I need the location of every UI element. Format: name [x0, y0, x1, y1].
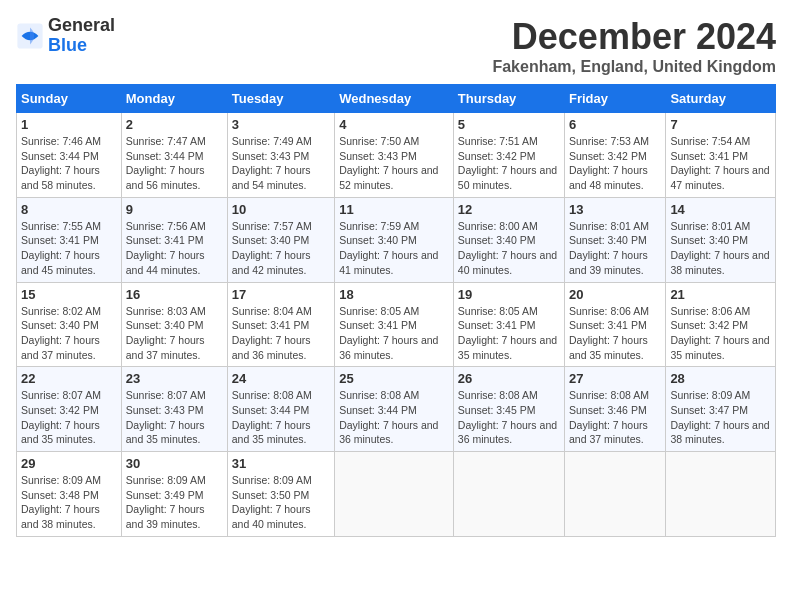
calendar-week-row: 29Sunrise: 8:09 AMSunset: 3:48 PMDayligh… — [17, 452, 776, 537]
calendar-cell: 29Sunrise: 8:09 AMSunset: 3:48 PMDayligh… — [17, 452, 122, 537]
day-info: Sunrise: 8:09 AMSunset: 3:49 PMDaylight:… — [126, 473, 223, 532]
calendar-cell: 31Sunrise: 8:09 AMSunset: 3:50 PMDayligh… — [227, 452, 334, 537]
calendar-cell — [565, 452, 666, 537]
calendar-week-row: 22Sunrise: 8:07 AMSunset: 3:42 PMDayligh… — [17, 367, 776, 452]
day-info: Sunrise: 8:08 AMSunset: 3:44 PMDaylight:… — [339, 388, 449, 447]
calendar-cell — [666, 452, 776, 537]
calendar-header-wednesday: Wednesday — [335, 85, 454, 113]
calendar-cell: 20Sunrise: 8:06 AMSunset: 3:41 PMDayligh… — [565, 282, 666, 367]
day-info: Sunrise: 8:08 AMSunset: 3:45 PMDaylight:… — [458, 388, 560, 447]
day-info: Sunrise: 8:07 AMSunset: 3:42 PMDaylight:… — [21, 388, 117, 447]
logo-text: General Blue — [48, 16, 115, 56]
day-number: 17 — [232, 287, 330, 302]
calendar-cell: 25Sunrise: 8:08 AMSunset: 3:44 PMDayligh… — [335, 367, 454, 452]
day-number: 5 — [458, 117, 560, 132]
calendar-cell: 24Sunrise: 8:08 AMSunset: 3:44 PMDayligh… — [227, 367, 334, 452]
calendar-cell: 16Sunrise: 8:03 AMSunset: 3:40 PMDayligh… — [121, 282, 227, 367]
day-number: 1 — [21, 117, 117, 132]
calendar-cell: 18Sunrise: 8:05 AMSunset: 3:41 PMDayligh… — [335, 282, 454, 367]
day-info: Sunrise: 8:09 AMSunset: 3:48 PMDaylight:… — [21, 473, 117, 532]
day-number: 11 — [339, 202, 449, 217]
calendar-cell — [453, 452, 564, 537]
day-number: 21 — [670, 287, 771, 302]
day-info: Sunrise: 7:49 AMSunset: 3:43 PMDaylight:… — [232, 134, 330, 193]
day-number: 16 — [126, 287, 223, 302]
calendar-cell: 3Sunrise: 7:49 AMSunset: 3:43 PMDaylight… — [227, 113, 334, 198]
day-info: Sunrise: 7:57 AMSunset: 3:40 PMDaylight:… — [232, 219, 330, 278]
calendar-week-row: 1Sunrise: 7:46 AMSunset: 3:44 PMDaylight… — [17, 113, 776, 198]
calendar-header-saturday: Saturday — [666, 85, 776, 113]
day-number: 2 — [126, 117, 223, 132]
day-number: 14 — [670, 202, 771, 217]
calendar-week-row: 8Sunrise: 7:55 AMSunset: 3:41 PMDaylight… — [17, 197, 776, 282]
day-info: Sunrise: 7:46 AMSunset: 3:44 PMDaylight:… — [21, 134, 117, 193]
calendar-header-friday: Friday — [565, 85, 666, 113]
day-info: Sunrise: 8:05 AMSunset: 3:41 PMDaylight:… — [458, 304, 560, 363]
day-info: Sunrise: 7:55 AMSunset: 3:41 PMDaylight:… — [21, 219, 117, 278]
day-info: Sunrise: 7:53 AMSunset: 3:42 PMDaylight:… — [569, 134, 661, 193]
calendar-title: December 2024 — [492, 16, 776, 58]
day-number: 26 — [458, 371, 560, 386]
calendar-cell: 9Sunrise: 7:56 AMSunset: 3:41 PMDaylight… — [121, 197, 227, 282]
day-info: Sunrise: 7:47 AMSunset: 3:44 PMDaylight:… — [126, 134, 223, 193]
day-info: Sunrise: 7:54 AMSunset: 3:41 PMDaylight:… — [670, 134, 771, 193]
day-number: 25 — [339, 371, 449, 386]
day-number: 24 — [232, 371, 330, 386]
calendar-cell: 6Sunrise: 7:53 AMSunset: 3:42 PMDaylight… — [565, 113, 666, 198]
calendar-header-monday: Monday — [121, 85, 227, 113]
day-number: 4 — [339, 117, 449, 132]
calendar-cell: 8Sunrise: 7:55 AMSunset: 3:41 PMDaylight… — [17, 197, 122, 282]
calendar-cell — [335, 452, 454, 537]
calendar-subtitle: Fakenham, England, United Kingdom — [492, 58, 776, 76]
calendar-cell: 13Sunrise: 8:01 AMSunset: 3:40 PMDayligh… — [565, 197, 666, 282]
day-number: 28 — [670, 371, 771, 386]
calendar-cell: 7Sunrise: 7:54 AMSunset: 3:41 PMDaylight… — [666, 113, 776, 198]
calendar-cell: 1Sunrise: 7:46 AMSunset: 3:44 PMDaylight… — [17, 113, 122, 198]
day-number: 20 — [569, 287, 661, 302]
day-info: Sunrise: 8:02 AMSunset: 3:40 PMDaylight:… — [21, 304, 117, 363]
day-number: 29 — [21, 456, 117, 471]
calendar-cell: 15Sunrise: 8:02 AMSunset: 3:40 PMDayligh… — [17, 282, 122, 367]
day-info: Sunrise: 8:06 AMSunset: 3:42 PMDaylight:… — [670, 304, 771, 363]
day-number: 8 — [21, 202, 117, 217]
calendar-header-tuesday: Tuesday — [227, 85, 334, 113]
day-info: Sunrise: 8:07 AMSunset: 3:43 PMDaylight:… — [126, 388, 223, 447]
calendar-cell: 5Sunrise: 7:51 AMSunset: 3:42 PMDaylight… — [453, 113, 564, 198]
calendar-cell: 17Sunrise: 8:04 AMSunset: 3:41 PMDayligh… — [227, 282, 334, 367]
calendar-table: SundayMondayTuesdayWednesdayThursdayFrid… — [16, 84, 776, 537]
day-number: 23 — [126, 371, 223, 386]
calendar-cell: 11Sunrise: 7:59 AMSunset: 3:40 PMDayligh… — [335, 197, 454, 282]
calendar-cell: 21Sunrise: 8:06 AMSunset: 3:42 PMDayligh… — [666, 282, 776, 367]
logo: General Blue — [16, 16, 115, 56]
calendar-header-thursday: Thursday — [453, 85, 564, 113]
day-info: Sunrise: 7:50 AMSunset: 3:43 PMDaylight:… — [339, 134, 449, 193]
calendar-cell: 26Sunrise: 8:08 AMSunset: 3:45 PMDayligh… — [453, 367, 564, 452]
calendar-week-row: 15Sunrise: 8:02 AMSunset: 3:40 PMDayligh… — [17, 282, 776, 367]
calendar-header-row: SundayMondayTuesdayWednesdayThursdayFrid… — [17, 85, 776, 113]
day-info: Sunrise: 8:05 AMSunset: 3:41 PMDaylight:… — [339, 304, 449, 363]
day-info: Sunrise: 7:56 AMSunset: 3:41 PMDaylight:… — [126, 219, 223, 278]
day-info: Sunrise: 8:09 AMSunset: 3:47 PMDaylight:… — [670, 388, 771, 447]
calendar-cell: 22Sunrise: 8:07 AMSunset: 3:42 PMDayligh… — [17, 367, 122, 452]
day-number: 6 — [569, 117, 661, 132]
day-number: 12 — [458, 202, 560, 217]
calendar-cell: 10Sunrise: 7:57 AMSunset: 3:40 PMDayligh… — [227, 197, 334, 282]
day-info: Sunrise: 7:51 AMSunset: 3:42 PMDaylight:… — [458, 134, 560, 193]
day-info: Sunrise: 8:09 AMSunset: 3:50 PMDaylight:… — [232, 473, 330, 532]
calendar-cell: 19Sunrise: 8:05 AMSunset: 3:41 PMDayligh… — [453, 282, 564, 367]
day-info: Sunrise: 8:08 AMSunset: 3:44 PMDaylight:… — [232, 388, 330, 447]
calendar-cell: 23Sunrise: 8:07 AMSunset: 3:43 PMDayligh… — [121, 367, 227, 452]
day-info: Sunrise: 8:04 AMSunset: 3:41 PMDaylight:… — [232, 304, 330, 363]
day-info: Sunrise: 8:08 AMSunset: 3:46 PMDaylight:… — [569, 388, 661, 447]
day-info: Sunrise: 8:03 AMSunset: 3:40 PMDaylight:… — [126, 304, 223, 363]
day-number: 22 — [21, 371, 117, 386]
day-number: 19 — [458, 287, 560, 302]
day-info: Sunrise: 7:59 AMSunset: 3:40 PMDaylight:… — [339, 219, 449, 278]
day-number: 31 — [232, 456, 330, 471]
logo-icon — [16, 22, 44, 50]
day-number: 7 — [670, 117, 771, 132]
day-info: Sunrise: 8:01 AMSunset: 3:40 PMDaylight:… — [670, 219, 771, 278]
day-number: 30 — [126, 456, 223, 471]
day-info: Sunrise: 8:00 AMSunset: 3:40 PMDaylight:… — [458, 219, 560, 278]
calendar-cell: 4Sunrise: 7:50 AMSunset: 3:43 PMDaylight… — [335, 113, 454, 198]
